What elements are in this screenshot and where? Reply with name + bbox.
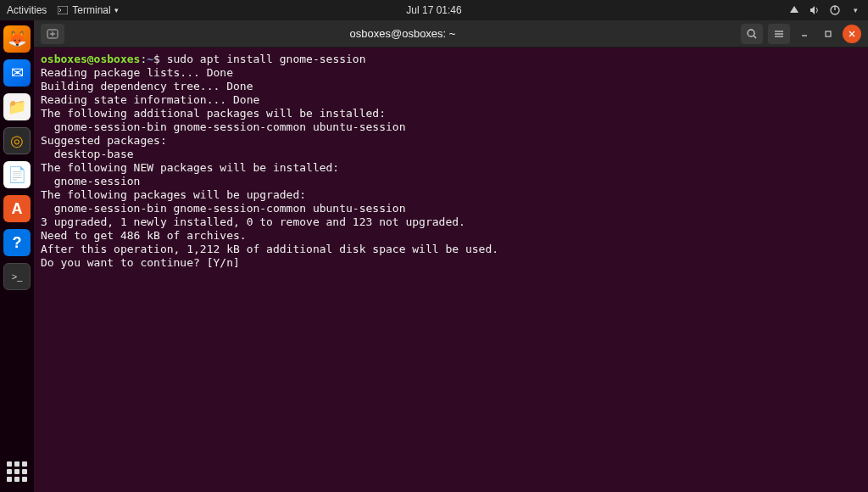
new-tab-button[interactable] xyxy=(41,24,64,44)
power-icon[interactable] xyxy=(829,4,841,16)
close-button[interactable] xyxy=(843,25,861,43)
svg-rect-12 xyxy=(826,31,831,36)
hamburger-menu-button[interactable] xyxy=(768,24,790,44)
dock-item-libreoffice[interactable]: 📄 xyxy=(3,161,31,188)
svg-line-7 xyxy=(754,36,756,38)
search-button[interactable] xyxy=(741,24,763,44)
active-app-label: Terminal xyxy=(72,4,110,16)
chevron-down-icon: ▾ xyxy=(114,6,119,14)
libreoffice-icon: 📄 xyxy=(8,165,26,184)
dock-item-software[interactable]: A xyxy=(3,195,31,222)
dock-item-thunderbird[interactable]: ✉ xyxy=(3,59,31,87)
dock-item-help[interactable]: ? xyxy=(3,229,31,256)
terminal-body[interactable]: osboxes@osboxes:~$ sudo apt install gnom… xyxy=(34,48,868,492)
volume-icon[interactable] xyxy=(809,4,821,16)
terminal-header: osboxes@osboxes: ~ xyxy=(34,20,868,48)
terminal-icon: >_ xyxy=(12,271,23,282)
terminal-title: osboxes@osboxes: ~ xyxy=(71,27,734,40)
gnome-topbar: Activities Terminal ▾ Jul 17 01:46 ▾ xyxy=(0,0,868,20)
active-app-menu[interactable]: Terminal ▾ xyxy=(57,4,118,16)
clock[interactable]: Jul 17 01:46 xyxy=(406,4,461,16)
dock-item-files[interactable]: 📁 xyxy=(3,93,31,120)
rhythmbox-icon: ◎ xyxy=(10,131,24,150)
minimize-button[interactable] xyxy=(795,25,814,43)
network-icon[interactable] xyxy=(788,4,800,16)
thunderbird-icon: ✉ xyxy=(11,64,24,82)
show-apps-button[interactable] xyxy=(5,460,29,484)
chevron-down-icon[interactable]: ▾ xyxy=(849,4,861,16)
software-icon: A xyxy=(12,200,23,218)
firefox-icon: 🦊 xyxy=(8,30,26,48)
svg-rect-0 xyxy=(58,6,68,14)
dock: 🦊 ✉ 📁 ◎ 📄 A ? >_ xyxy=(0,20,34,492)
terminal-app-icon xyxy=(57,4,69,16)
dock-item-rhythmbox[interactable]: ◎ xyxy=(3,127,31,154)
maximize-button[interactable] xyxy=(819,25,837,43)
dock-item-terminal[interactable]: >_ xyxy=(3,263,31,290)
svg-point-6 xyxy=(748,30,754,36)
files-icon: 📁 xyxy=(8,98,26,116)
dock-item-firefox[interactable]: 🦊 xyxy=(3,25,31,53)
help-icon: ? xyxy=(13,234,22,252)
activities-button[interactable]: Activities xyxy=(7,4,47,16)
terminal-window: osboxes@osboxes: ~ osboxes@osboxes:~$ su… xyxy=(34,20,868,492)
